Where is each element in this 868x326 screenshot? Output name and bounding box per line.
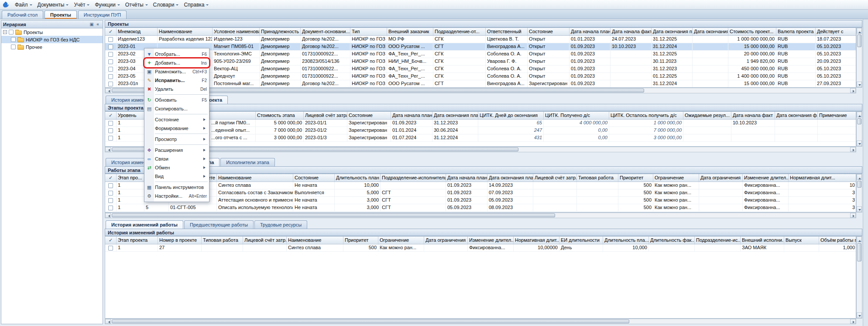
scrollbar-thumb[interactable]	[857, 34, 861, 47]
tab[interactable]: Исполнители этапа	[220, 158, 275, 166]
scrollbar-track[interactable]	[857, 117, 862, 141]
column-header[interactable]	[210, 112, 256, 119]
menu-item-filter[interactable]: ▼Отобрать...F6	[144, 50, 209, 58]
column-header[interactable]: ЦИТК. Получено д/с	[544, 112, 609, 119]
column-header[interactable]: Уровень	[117, 112, 144, 119]
column-header[interactable]: Подразделение-от...	[433, 28, 486, 35]
tree-item[interactable]: Прочее	[1, 43, 103, 51]
menu-item-links[interactable]: ∞Связи	[144, 154, 209, 163]
table-row[interactable]: 1501-СГТ-005Описать используемую техноло…	[105, 204, 856, 212]
menu-item-preview[interactable]: Просмотр	[144, 135, 209, 144]
row-checkbox[interactable]	[108, 128, 113, 133]
scroll-up-icon[interactable]	[857, 112, 862, 117]
column-header[interactable]: Номер в проекте	[158, 237, 202, 244]
column-header[interactable]: Лицевой счёт затр...	[533, 174, 577, 182]
table-row[interactable]: 1...еденной опыт...7 000 000,002023-01/2…	[105, 127, 856, 134]
column-header[interactable]: Дата начала план.	[570, 28, 611, 35]
column-header[interactable]: Выпуск	[784, 237, 819, 244]
row-checkbox[interactable]	[108, 198, 113, 203]
column-header[interactable]: ЕИ длительности	[559, 237, 603, 244]
column-header[interactable]: Лицевой счёт затрат.	[304, 112, 347, 119]
table-row[interactable]: 1...й партии ПМ0...5 000 000,002023-01/1…	[105, 120, 856, 127]
scroll-right-icon[interactable]	[850, 213, 856, 218]
column-header[interactable]: Ограничение	[378, 237, 424, 244]
pin-icon[interactable]	[89, 21, 95, 27]
select-all-header[interactable]	[105, 174, 117, 182]
column-header[interactable]: Условное наименование	[213, 28, 260, 35]
scrollbar-thumb[interactable]	[112, 319, 629, 323]
column-header[interactable]: Примечание	[818, 112, 856, 119]
menubar-item[interactable]: Учёт	[70, 0, 91, 9]
tree-checkbox[interactable]	[11, 45, 16, 49]
row-checkbox[interactable]	[108, 246, 113, 251]
column-header[interactable]: Наименование	[287, 237, 343, 244]
scroll-down-icon[interactable]	[857, 82, 862, 87]
column-header[interactable]: Ответственный	[486, 28, 528, 35]
scrollbar-thumb[interactable]	[112, 213, 555, 217]
tab[interactable]: Предшествующие работы	[184, 220, 254, 229]
menubar-item[interactable]: Документы	[34, 0, 71, 9]
column-header[interactable]: Длительность фак...	[649, 237, 695, 244]
window-tab[interactable]: Рабочий стол	[2, 10, 43, 19]
column-header[interactable]: Дата ограничения	[424, 237, 468, 244]
scroll-down-icon[interactable]	[857, 141, 862, 146]
collapse-panel-icon[interactable]	[95, 21, 101, 27]
column-header[interactable]: Нормативная длит...	[514, 237, 559, 244]
column-header[interactable]: Валюта проекта	[776, 28, 816, 35]
collapse-expander-icon[interactable]	[3, 30, 7, 34]
menu-item-state[interactable]: Состояние	[144, 115, 209, 124]
scroll-right-icon[interactable]	[850, 319, 856, 324]
menubar-item[interactable]: Файл	[11, 0, 34, 9]
row-checkbox[interactable]	[108, 59, 113, 64]
column-header[interactable]: Наименование	[217, 174, 293, 182]
row-checkbox[interactable]	[108, 82, 113, 86]
menu-item-copy[interactable]: ▤Скопировать...	[144, 104, 209, 113]
table-row[interactable]: 1Синтез сплаваНе начата10,00001.09.20231…	[105, 182, 856, 189]
row-checkbox[interactable]	[108, 45, 113, 49]
column-header[interactable]: Дата окончания ф...	[693, 28, 728, 35]
menu-item-delete[interactable]: ✖УдалитьDel	[144, 85, 209, 93]
scrollbar-track[interactable]	[111, 213, 850, 218]
menu-item-view[interactable]: Вид	[144, 172, 209, 181]
scrollbar-track[interactable]	[111, 88, 850, 93]
table-row[interactable]: 2023-05ДредноутДемопример017310000922...…	[105, 73, 856, 80]
menu-item-exchange[interactable]: ⇄Обмен	[144, 163, 209, 172]
table-row[interactable]: 2023-01Магнит ПМ085-01ДемопримерДоговор …	[105, 43, 856, 51]
menu-item-settings[interactable]: ⚙Настройки...Alt+Enter	[144, 192, 209, 200]
column-header[interactable]: Дата окончания ф...	[775, 112, 818, 119]
column-header[interactable]: Подразделение-исполнитель...	[381, 174, 446, 182]
column-header[interactable]: Изменение длител...	[468, 237, 514, 244]
table-row[interactable]: 2023-04Вектор-АЦДемопример017310000922..…	[105, 65, 856, 73]
column-header[interactable]: Внешний заказчик	[387, 28, 433, 35]
column-header[interactable]: Ограничение	[653, 174, 699, 182]
tab[interactable]: История изменений работы	[106, 220, 183, 229]
table-row[interactable]: 1...ого отчета с ...3 000 000,002023-01/…	[105, 134, 856, 142]
scrollbar-track[interactable]	[111, 319, 850, 324]
column-header[interactable]: ЦИТК. Дней до окончания	[478, 112, 544, 119]
menu-item-refresh[interactable]: ↻ОбновитьF5	[144, 96, 209, 104]
scroll-right-icon[interactable]	[850, 88, 856, 93]
column-header[interactable]: Дата начала факт	[731, 112, 775, 119]
row-checkbox[interactable]	[108, 136, 113, 141]
scroll-left-icon[interactable]	[105, 88, 111, 93]
menu-item-add[interactable]: +Добавить...Ins	[144, 58, 209, 67]
row-checkbox[interactable]	[108, 37, 113, 42]
column-header[interactable]: Дата окончания план	[487, 174, 533, 182]
column-header[interactable]: Стоимость этапа	[256, 112, 304, 119]
column-header[interactable]: Состояние	[293, 174, 335, 182]
column-header[interactable]: Изменение длител...	[743, 174, 789, 182]
scrollbar-track[interactable]	[111, 147, 850, 152]
column-header[interactable]: ЦИТК. Осталось получить д/с	[609, 112, 683, 119]
column-header[interactable]: Мнемокод	[117, 28, 158, 35]
column-header[interactable]: Дата начала план	[446, 174, 487, 182]
menu-item-clone[interactable]: ▣Размножить...Ctrl+F3	[144, 67, 209, 76]
tab[interactable]: Трудовые ресурсы	[254, 220, 307, 229]
column-header[interactable]: Длительность пла...	[603, 237, 649, 244]
scrollbar-thumb[interactable]	[857, 181, 861, 188]
table-row[interactable]: 1101-СГТ-001Согласовать состав с Заказчи…	[105, 189, 856, 197]
column-header[interactable]: Состояние	[347, 112, 391, 119]
scrollbar-track[interactable]	[857, 180, 862, 206]
column-header[interactable]: Типовая работа	[577, 174, 618, 182]
column-header[interactable]: Ожидаемые резул...	[683, 112, 731, 119]
row-checkbox[interactable]	[108, 52, 113, 57]
